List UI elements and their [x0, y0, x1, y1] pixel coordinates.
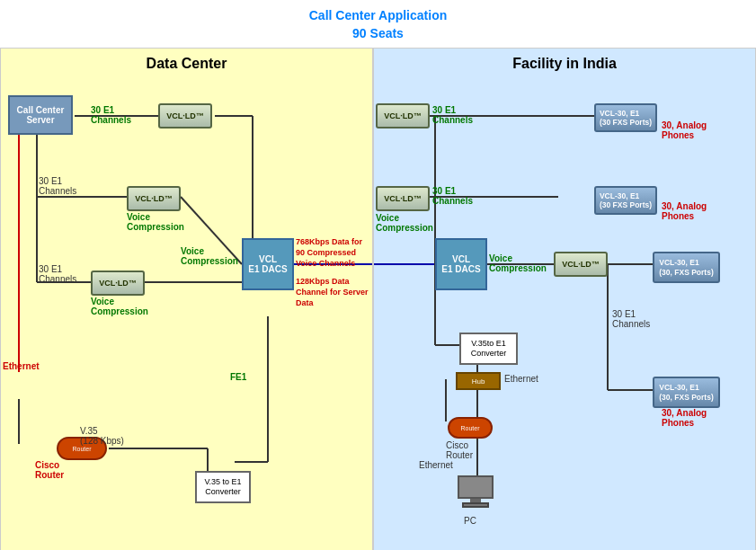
facility-india-title: Facility in India [381, 56, 748, 72]
label-ethernet-india-1: Ethernet [504, 374, 538, 384]
label-voice-comp-india-2: VoiceCompression [489, 253, 547, 273]
label-cisco-router-dc: CiscoRouter [35, 460, 64, 480]
label-voice-comp-2: VoiceCompression [91, 297, 148, 316]
vcl-e1-dacs-india: VCL E1 DACS [435, 238, 487, 290]
vcl30-india-2: VCL-30, E1(30 FXS Ports) [594, 186, 657, 215]
pc-india [452, 475, 499, 515]
v35-e1-converter-india: V.35to E1Converter [459, 333, 518, 365]
label-analog-3: 30, AnalogPhones [662, 408, 707, 428]
call-center-server: Call Center Server [8, 95, 73, 135]
vcl-ld-india-1: VCL·LD™ [376, 103, 430, 129]
label-768kbps: 768Kbps Data for90 CompressedVoice Chann… [296, 237, 369, 269]
label-voice-comp-india-1: VoiceCompression [376, 213, 433, 233]
label-30e1-india-2: 30 E1Channels [432, 186, 473, 206]
vcl30-india-1: VCL-30, E1(30 FXS Ports) [594, 103, 657, 132]
vcl-ld-2: VCL·LD™ [127, 186, 181, 211]
vcl30-india-4: VCL-30, E1(30, FXS Ports) [653, 377, 720, 408]
label-analog-2: 30, AnalogPhones [662, 201, 707, 221]
data-center-title: Data Center [8, 56, 365, 72]
cisco-router-india: Router [448, 417, 493, 439]
data-center-panel: Data Center [0, 48, 373, 550]
label-pc: PC [464, 516, 476, 526]
vcl30-india-3: VCL-30, E1(30, FXS Ports) [653, 252, 720, 283]
facility-india-panel: Facility in India [373, 48, 756, 550]
vcl-ld-india-3: VCL·LD™ [554, 252, 608, 277]
hub-india: Hub [456, 372, 501, 390]
label-analog-1: 30, AnalogPhones [662, 120, 707, 140]
label-128kbps: 128Kbps DataChannel for ServerData [296, 277, 369, 308]
label-30e1-india-3: 30 E1Channels [612, 309, 650, 329]
label-30e1-1: 30 E1Channels [91, 105, 131, 125]
label-ethernet-india-2: Ethernet [419, 460, 453, 470]
vcl-ld-india-2: VCL·LD™ [376, 186, 430, 211]
label-v35: V.35(128 Kbps) [80, 426, 124, 446]
label-voice-comp-1: VoiceCompression [127, 212, 184, 232]
vcl-e1-dacs: VCL E1 DACS [242, 238, 294, 290]
vcl-ld-1: VCL·LD™ [158, 103, 212, 129]
v35-e1-converter-dc: V.35 to E1Converter [195, 471, 251, 503]
page-title: Call Center Application 90 Seats [0, 0, 756, 44]
vcl-ld-3: VCL·LD™ [91, 271, 145, 296]
label-voice-comp-3: VoiceCompression [181, 246, 238, 266]
label-ethernet-dc: Ethernet [3, 361, 40, 371]
label-30e1-2: 30 E1Channels [39, 176, 76, 196]
label-30e1-3: 30 E1Channels [39, 264, 76, 284]
label-cisco-router-india: CiscoRouter [446, 440, 473, 460]
label-fe1: FE1 [230, 372, 246, 382]
label-30e1-india-1: 30 E1Channels [432, 105, 473, 125]
